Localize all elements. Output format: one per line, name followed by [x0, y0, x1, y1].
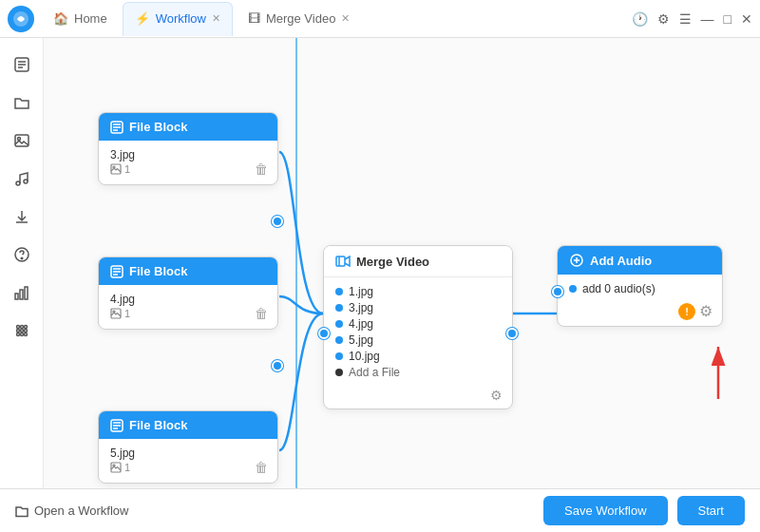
svg-point-21	[20, 333, 23, 336]
sidebar-icon-image[interactable]	[5, 124, 39, 158]
svg-point-7	[16, 181, 20, 185]
tab-home-label: Home	[74, 11, 107, 26]
file-block-1-title: File Block	[129, 120, 187, 134]
file-block-2-count: 1	[124, 308, 130, 319]
merge-video-body: 1.jpg 3.jpg 4.jpg 5.jpg 10.jpg	[324, 277, 512, 408]
sidebar-icon-files[interactable]	[5, 48, 39, 82]
file-icon-1	[110, 121, 124, 134]
tab-merge-video[interactable]: 🎞 Merge Video ✕	[237, 2, 361, 36]
sidebar-icon-chart[interactable]	[5, 276, 39, 310]
audio-item: add 0 audio(s)	[569, 282, 711, 295]
file-block-1-delete[interactable]: 🗑	[255, 162, 268, 177]
sidebar-icon-folder[interactable]	[5, 86, 39, 120]
merge-video-block: Merge Video 1.jpg 3.jpg 4.jpg 5.jpg	[323, 245, 513, 409]
svg-rect-11	[15, 294, 18, 299]
svg-point-10	[21, 257, 23, 259]
sidebar-icon-question[interactable]	[5, 238, 39, 272]
svg-point-16	[24, 326, 27, 329]
tab-merge-video-close[interactable]: ✕	[341, 12, 350, 25]
home-icon: 🏠	[53, 11, 68, 26]
merge-add-label: Add a File	[349, 366, 400, 379]
merge-video-header: Merge Video	[324, 246, 512, 277]
main-area: File Block 3.jpg 1 🗑	[0, 38, 760, 532]
audio-dot	[569, 285, 577, 293]
open-workflow-label: Open a Workflow	[34, 504, 128, 518]
close-button[interactable]: ✕	[741, 11, 752, 27]
menu-icon[interactable]: ☰	[679, 11, 692, 27]
file-block-1: File Block 3.jpg 1 🗑	[98, 112, 278, 185]
sidebar-icon-grid[interactable]	[5, 314, 39, 348]
file-block-3-header: File Block	[99, 411, 277, 439]
tab-home[interactable]: 🏠 Home	[42, 2, 119, 36]
merge-left-connector	[318, 328, 330, 339]
audio-settings-icon[interactable]: ⚙	[699, 302, 712, 320]
sidebar-icon-music[interactable]	[5, 162, 39, 196]
maximize-button[interactable]: □	[724, 11, 732, 27]
svg-rect-12	[20, 290, 23, 299]
file-block-1-body: 3.jpg 1	[99, 141, 277, 184]
svg-rect-13	[25, 287, 28, 299]
merge-item-5: 10.jpg	[335, 350, 501, 363]
open-workflow-button[interactable]: Open a Workflow	[15, 504, 128, 518]
svg-point-8	[24, 180, 28, 183]
tab-workflow[interactable]: ⚡ Workflow ✕	[123, 2, 233, 36]
file-block-3-filename: 5.jpg	[110, 446, 266, 460]
warning-badge: !	[678, 303, 695, 320]
tab-workflow-close[interactable]: ✕	[212, 12, 220, 25]
image-icon-1	[110, 163, 122, 175]
file-block-2-meta: 1	[110, 308, 266, 319]
svg-rect-41	[336, 256, 345, 266]
file-icon-2	[110, 265, 124, 278]
clock-icon[interactable]: 🕐	[632, 11, 648, 27]
add-audio-title: Add Audio	[590, 254, 652, 268]
file-block-2-connector	[272, 360, 283, 371]
merge-right-connector	[506, 328, 518, 339]
audio-item-label: add 0 audio(s)	[582, 282, 656, 295]
merge-item-2: 3.jpg	[335, 301, 501, 314]
merge-item-4: 5.jpg	[335, 333, 501, 347]
svg-point-18	[20, 330, 23, 332]
svg-point-19	[24, 330, 27, 332]
settings-icon[interactable]: ⚙	[657, 11, 670, 27]
tab-workflow-label: Workflow	[156, 11, 206, 26]
file-block-2-header: File Block	[99, 257, 277, 285]
add-audio-header: Add Audio	[558, 246, 722, 275]
merge-add-file[interactable]: Add a File	[335, 366, 501, 379]
file-block-1-connector	[272, 216, 283, 227]
window-controls: 🕐 ⚙ ☰ — □ ✕	[632, 11, 752, 27]
add-audio-block: Add Audio add 0 audio(s) ! ⚙	[557, 245, 723, 327]
minimize-button[interactable]: —	[701, 11, 714, 27]
audio-left-connector	[552, 286, 563, 297]
file-block-3: File Block 5.jpg 1 🗑	[98, 410, 278, 484]
file-block-3-title: File Block	[129, 418, 187, 432]
file-block-2-body: 4.jpg 1	[99, 285, 277, 329]
open-workflow-icon	[15, 504, 28, 518]
merge-video-title: Merge Video	[356, 255, 429, 269]
sidebar-icon-download[interactable]	[5, 200, 39, 234]
sidebar	[0, 38, 44, 532]
file-block-2-filename: 4.jpg	[110, 293, 266, 306]
file-block-3-delete[interactable]: 🗑	[255, 460, 268, 475]
file-block-2: File Block 4.jpg 1 🗑	[98, 256, 278, 330]
file-block-2-delete[interactable]: 🗑	[255, 306, 268, 321]
save-workflow-button[interactable]: Save Workflow	[543, 496, 667, 525]
file-block-1-header: File Block	[99, 113, 277, 141]
canvas: File Block 3.jpg 1 🗑	[44, 38, 760, 532]
svg-point-14	[16, 326, 19, 329]
file-block-1-count: 1	[124, 163, 130, 175]
merge-settings-icon[interactable]: ⚙	[490, 388, 503, 403]
start-button[interactable]: Start	[677, 496, 745, 525]
merge-item-3: 4.jpg	[335, 317, 501, 331]
file-block-1-meta: 1	[110, 163, 266, 175]
file-icon-3	[110, 419, 124, 432]
add-audio-icon	[569, 253, 584, 268]
merge-video-icon	[335, 254, 351, 269]
tab-merge-video-label: Merge Video	[266, 11, 335, 26]
merge-dot-3	[335, 320, 343, 328]
file-block-2-title: File Block	[129, 264, 187, 278]
merge-dot-5	[335, 352, 343, 360]
merge-video-icon: 🎞	[248, 11, 260, 26]
app-logo	[8, 6, 34, 32]
canvas-divider	[295, 38, 297, 532]
merge-item-1: 1.jpg	[335, 285, 501, 298]
